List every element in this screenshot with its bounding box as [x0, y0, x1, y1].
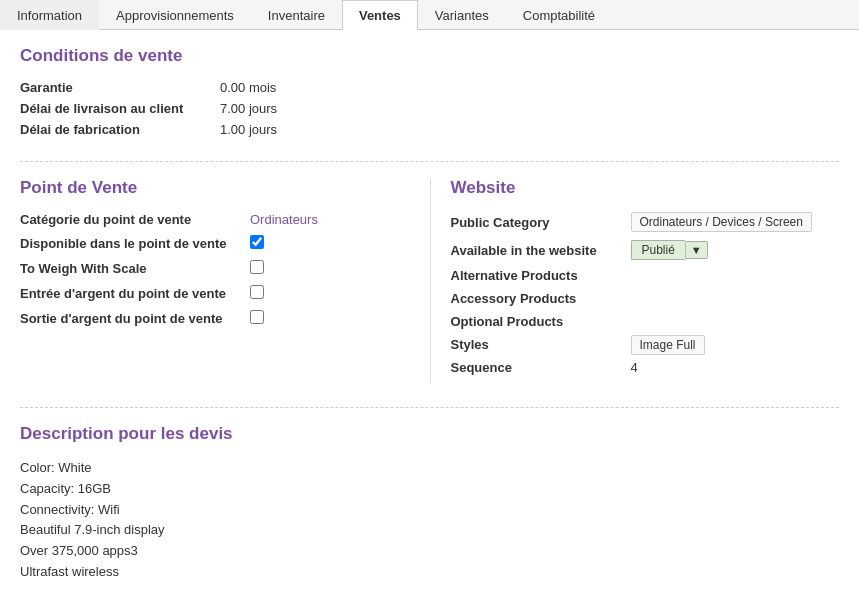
published-label[interactable]: Publié: [631, 240, 685, 260]
description-title: Description pour les devis: [20, 424, 839, 444]
conditions-vente-title: Conditions de vente: [20, 46, 839, 66]
entree-argent-checkbox[interactable]: [250, 285, 264, 299]
public-category-value: Ordinateurs / Devices / Screen: [631, 212, 812, 232]
tab-inventaire[interactable]: Inventaire: [251, 0, 342, 30]
delai-livraison-row: Délai de livraison au client 7.00 jours: [20, 101, 839, 116]
delai-fabrication-label: Délai de fabrication: [20, 122, 220, 137]
disponible-pdv-value: [250, 235, 264, 252]
sortie-argent-value: [250, 310, 264, 327]
styles-row: Styles Image Full: [451, 337, 840, 352]
available-website-label: Available in the website: [451, 243, 631, 258]
sequence-row: Sequence 4: [451, 360, 840, 375]
entree-argent-row: Entrée d'argent du point de vente: [20, 285, 410, 302]
tab-ventes[interactable]: Ventes: [342, 0, 418, 30]
weigh-scale-checkbox[interactable]: [250, 260, 264, 274]
alternative-products-row: Alternative Products: [451, 268, 840, 283]
pdv-title: Point de Vente: [20, 178, 410, 198]
website-section: Website Public Category Ordinateurs / De…: [430, 178, 840, 383]
sequence-label: Sequence: [451, 360, 631, 375]
public-category-row: Public Category Ordinateurs / Devices / …: [451, 212, 840, 232]
sortie-argent-row: Sortie d'argent du point de vente: [20, 310, 410, 327]
categorie-pdv-value: Ordinateurs: [250, 212, 318, 227]
weigh-scale-row: To Weigh With Scale: [20, 260, 410, 277]
disponible-pdv-label: Disponible dans le point de vente: [20, 236, 250, 251]
sortie-argent-checkbox[interactable]: [250, 310, 264, 324]
point-de-vente-section: Point de Vente Catégorie du point de ven…: [20, 178, 430, 383]
garantie-label: Garantie: [20, 80, 220, 95]
tab-approvisionnements[interactable]: Approvisionnements: [99, 0, 251, 30]
delai-livraison-label: Délai de livraison au client: [20, 101, 220, 116]
accessory-products-label: Accessory Products: [451, 291, 631, 306]
delai-fabrication-row: Délai de fabrication 1.00 jours: [20, 122, 839, 137]
styles-value: Image Full: [631, 337, 705, 352]
delai-livraison-value: 7.00 jours: [220, 101, 277, 116]
styles-badge[interactable]: Image Full: [631, 335, 705, 355]
conditions-vente-section: Conditions de vente Garantie 0.00 mois D…: [20, 46, 839, 137]
published-button[interactable]: Publié ▼: [631, 240, 708, 260]
description-section: Description pour les devis Color: White …: [20, 424, 839, 583]
styles-label: Styles: [451, 337, 631, 352]
tab-bar: Information Approvisionnements Inventair…: [0, 0, 859, 30]
description-text: Color: White Capacity: 16GB Connectivity…: [20, 458, 839, 583]
entree-argent-value: [250, 285, 264, 302]
weigh-scale-value: [250, 260, 264, 277]
optional-products-label: Optional Products: [451, 314, 631, 329]
weigh-scale-label: To Weigh With Scale: [20, 261, 250, 276]
sortie-argent-label: Sortie d'argent du point de vente: [20, 311, 250, 326]
tab-comptabilite[interactable]: Comptabilité: [506, 0, 612, 30]
middle-section: Point de Vente Catégorie du point de ven…: [20, 178, 839, 383]
alternative-products-label: Alternative Products: [451, 268, 631, 283]
garantie-row: Garantie 0.00 mois: [20, 80, 839, 95]
categorie-pdv-link[interactable]: Ordinateurs: [250, 212, 318, 227]
disponible-pdv-checkbox[interactable]: [250, 235, 264, 249]
divider-1: [20, 161, 839, 162]
published-dropdown-arrow[interactable]: ▼: [685, 241, 708, 259]
main-content: Conditions de vente Garantie 0.00 mois D…: [0, 30, 859, 592]
disponible-pdv-row: Disponible dans le point de vente: [20, 235, 410, 252]
tab-variantes[interactable]: Variantes: [418, 0, 506, 30]
public-category-badge[interactable]: Ordinateurs / Devices / Screen: [631, 212, 812, 232]
public-category-label: Public Category: [451, 215, 631, 230]
categorie-pdv-label: Catégorie du point de vente: [20, 212, 250, 227]
available-website-row: Available in the website Publié ▼: [451, 240, 840, 260]
garantie-value: 0.00 mois: [220, 80, 276, 95]
sequence-value: 4: [631, 360, 638, 375]
website-title: Website: [451, 178, 840, 198]
delai-fabrication-value: 1.00 jours: [220, 122, 277, 137]
accessory-products-row: Accessory Products: [451, 291, 840, 306]
optional-products-row: Optional Products: [451, 314, 840, 329]
available-website-value: Publié ▼: [631, 240, 708, 260]
tab-information[interactable]: Information: [0, 0, 99, 30]
divider-2: [20, 407, 839, 408]
entree-argent-label: Entrée d'argent du point de vente: [20, 286, 250, 301]
categorie-pdv-row: Catégorie du point de vente Ordinateurs: [20, 212, 410, 227]
